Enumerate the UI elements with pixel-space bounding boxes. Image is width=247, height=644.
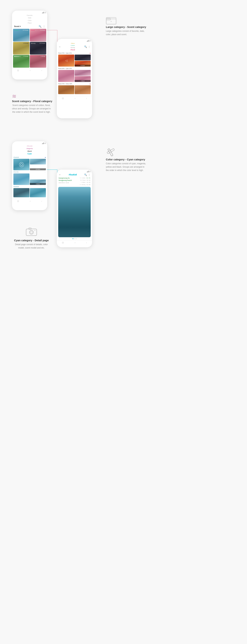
annotation-color-title: Color category - Cyan category	[106, 158, 146, 161]
color-img2-tr[interactable]	[30, 174, 46, 179]
nav-home-icon[interactable]: ⊟	[17, 69, 19, 72]
select-inner-circle	[20, 164, 23, 166]
cat-cotton[interactable]: Cotton	[71, 44, 75, 47]
color-img3-left[interactable]	[13, 188, 29, 197]
cat-item-black[interactable]: Black	[12, 150, 47, 152]
floral-group-3: Floral 70% · Citrus 30% ♥	[57, 82, 92, 94]
color-img2-br[interactable]: 9 More	[30, 180, 46, 185]
floral-back-btn[interactable]: ←	[59, 45, 61, 48]
cell-label-citrus: Citrus	[14, 42, 18, 44]
floral-nav: ← Citrus Cotton Woody Floral 🔍 ⋮	[57, 42, 92, 52]
annotation-detail-text: Detail page consist of details, color mo…	[14, 243, 49, 250]
scent-text: Scent	[14, 25, 19, 28]
color-img1-br[interactable]: 16 More	[30, 165, 46, 170]
cat-item-magenta[interactable]: Magenta	[12, 147, 47, 150]
score-row-cotton: C / Cotton 81 / 61	[80, 177, 90, 179]
color-nav-circle[interactable]: ○	[29, 200, 31, 202]
nav-circle-icon[interactable]: ○	[29, 69, 31, 72]
detail-more-icon[interactable]: ⋮	[88, 174, 90, 176]
floral-img2-left[interactable]	[58, 70, 74, 82]
scent-label[interactable]: Scent ∨	[14, 25, 21, 28]
detail-dots	[57, 237, 92, 240]
menu-item-date[interactable]: Date	[12, 16, 47, 19]
floral-search-icon[interactable]: 🔍	[84, 46, 87, 48]
color-signal-icon	[42, 142, 44, 144]
detail-search-icon[interactable]: 🔍	[84, 174, 87, 176]
ruler-pencil-icon	[106, 146, 116, 157]
menu-item-place[interactable]: Place	[12, 22, 47, 24]
color-group3-heart[interactable]: ♡	[44, 186, 46, 188]
color-group1-heart[interactable]: ♥	[45, 156, 46, 158]
detail-nav-back[interactable]: ‹	[86, 241, 87, 244]
phone-nav-detail: ⊟ ○ ‹	[57, 240, 92, 245]
color-group3-label: #6aa6a6 ♡	[13, 186, 46, 188]
grid-cell-mixture1[interactable]: Mixture 1 2 Groups	[13, 55, 29, 68]
color-cat-list: #f0c0d0 Magenta Black Cyan	[12, 144, 47, 156]
floral-signal-icon	[87, 40, 89, 42]
floral-img1-br[interactable]: 19 More	[75, 61, 91, 66]
svg-point-7	[29, 230, 33, 234]
detail-battery-icon: ▮	[89, 171, 90, 172]
floral-nav-home[interactable]: ⊟	[62, 97, 64, 100]
color-nav-home[interactable]: ⊟	[17, 200, 19, 202]
floral-more-icon[interactable]: ⋮	[88, 46, 90, 48]
cat-woody[interactable]: Woody	[71, 47, 75, 49]
floral-nav-circle[interactable]: ○	[74, 97, 76, 100]
detail-meta-row: Gangneung-Si,Songjeong beach 2018.08.01 …	[59, 177, 90, 186]
search-more-icons: 🔍 ⋮	[39, 25, 45, 28]
grid-cell-citrus[interactable]: Citrus 4 Groups	[13, 42, 29, 54]
more-icon[interactable]: ⋮	[43, 25, 45, 28]
grid-cell-mixture2[interactable]: Mixture 2 1 Group	[30, 55, 46, 68]
color-group1-code: #6aa6a6	[13, 156, 19, 158]
floral-group2-heart[interactable]: ♡	[89, 68, 91, 70]
detail-nav: ← #6aa6a6 🔍 ⋮	[57, 173, 92, 177]
folder-icon: +	[106, 15, 116, 25]
camera-icon	[25, 226, 37, 237]
detail-photo[interactable]	[58, 187, 91, 237]
cat-item-rose[interactable]: #f0c0d0	[12, 145, 47, 147]
floral-group3-label: Floral 70% · Citrus 30% ♥	[58, 83, 91, 85]
color-group2-code: #91c4bc	[13, 171, 19, 173]
phone-floral-topbar: ▮	[57, 39, 92, 42]
search-icon[interactable]: 🔍	[39, 25, 41, 28]
color-group3-code: #6aa6a6	[13, 186, 19, 188]
floral-img2-right: 3 More	[75, 70, 91, 82]
cat-floral-active[interactable]: Floral	[71, 49, 75, 51]
floral-group2-label: Floral 28% · Cyan 14% ♡	[58, 68, 91, 70]
grid-cell-floral[interactable]: Floral 5 Groups	[30, 29, 46, 42]
menu-item-favorite[interactable]: Favorite	[12, 14, 47, 16]
color-nav-back[interactable]: ‹	[41, 200, 42, 202]
grid-cell-woody[interactable]: Woody 18 Groups	[30, 42, 46, 54]
floral-img3-right[interactable]	[75, 85, 91, 94]
detail-left-meta: Gangneung-Si,Songjeong beach 2018.08.01 …	[59, 177, 78, 183]
phone-floral: ▮ ← Citrus Cotton Woody Floral 🔍 ⋮ Flora…	[57, 39, 92, 118]
cat-citrus[interactable]: Citrus	[71, 42, 75, 44]
cell-count-cotton: 12 Groups	[22, 30, 28, 31]
floral-img2-tr[interactable]	[75, 70, 91, 76]
floral-img1-left[interactable]: ◁	[58, 54, 74, 66]
annotation-floral-title: Scent category - Floral category	[12, 100, 52, 102]
floral-img3-left[interactable]	[58, 85, 74, 94]
floral-group3-heart[interactable]: ♥	[90, 83, 91, 85]
annotation-detail: Cyan category - Detail page Detail page …	[12, 226, 51, 250]
annotation-color-text: Color categories consist of cyan, magent…	[106, 162, 146, 172]
color-group2-heart[interactable]: ♡	[44, 171, 46, 173]
detail-nav-circle[interactable]: ○	[74, 241, 76, 244]
detail-back-btn[interactable]: ←	[59, 173, 61, 176]
color-img1-left[interactable]	[13, 159, 29, 170]
detail-nav-home[interactable]: ⊟	[62, 241, 64, 244]
nav-back-icon[interactable]: ‹	[41, 69, 42, 72]
grid-cell-cotton[interactable]: Cotton 12 Groups	[13, 29, 29, 42]
floral-battery-icon: ▮	[89, 40, 90, 42]
floral-img2-br[interactable]: 3 More	[75, 76, 91, 82]
color-img3-right[interactable]	[30, 188, 46, 197]
cat-item-cyan-active[interactable]: Cyan	[12, 152, 47, 155]
floral-group1-heart[interactable]: ♥	[90, 52, 91, 54]
color-img2-left[interactable]	[13, 174, 29, 185]
floral-img1-tr[interactable]	[75, 54, 91, 60]
menu-item-color[interactable]: Color	[12, 19, 47, 22]
floral-nav-back[interactable]: ‹	[86, 97, 87, 100]
color-img1-tr[interactable]	[30, 159, 46, 164]
color-img1-right: 16 More	[30, 159, 46, 170]
cell-count-woody: 18 Groups	[39, 42, 45, 44]
